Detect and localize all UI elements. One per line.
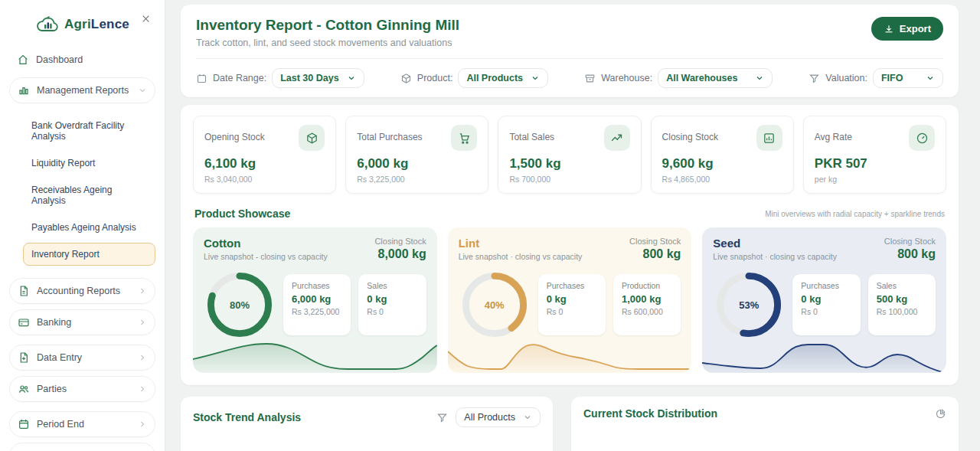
sidebar-item-data-entry[interactable]: Data Entry — [9, 345, 155, 371]
sidebar-item-dashboard[interactable]: Dashboard — [9, 47, 155, 72]
pie-chart-icon — [935, 408, 946, 420]
distribution-title: Current Stock Distribution — [583, 407, 717, 420]
calendar-icon — [196, 73, 207, 84]
product-card-cotton: Cotton Live snapshot - closing vs capaci… — [193, 227, 437, 373]
chevron-right-icon — [138, 384, 147, 394]
sidebar-item-label: Parties — [37, 384, 131, 394]
warehouse-chart-icon — [756, 125, 782, 151]
file-text-icon — [18, 285, 30, 297]
trend-title: Stock Trend Analysis — [193, 411, 301, 423]
management-reports-submenu: Bank Overdraft Facility Analysis Liquidi… — [9, 109, 155, 273]
filter-product: Product: All Products — [400, 68, 548, 88]
stat-card-total-sales: Total Sales 1,500 kg Rs 700,000 — [498, 116, 641, 194]
chevron-right-icon — [138, 420, 147, 429]
sidebar-subitem-payables-ageing[interactable]: Payables Ageing Analysis — [23, 216, 155, 239]
stat-card-opening-stock: Opening Stock 6,100 kg Rs 3,040,000 — [193, 116, 336, 194]
valuation-select[interactable]: FIFO — [873, 68, 943, 88]
main-content: Inventory Report - Cotton Ginning Mill T… — [165, 0, 980, 451]
home-icon — [17, 54, 29, 66]
package-icon — [299, 125, 325, 151]
gauge-icon — [909, 125, 935, 151]
chevron-down-icon — [138, 86, 147, 95]
product-select[interactable]: All Products — [458, 68, 548, 88]
sidebar-nav: Dashboard Management Reports Bank Overdr… — [9, 47, 155, 451]
logo-row: AgriLence — [9, 8, 155, 47]
page-heading: Inventory Report - Cotton Ginning Mill T… — [196, 17, 459, 48]
trend-product-select[interactable]: All Products — [456, 407, 541, 427]
seed-purchases-box: Purchases 0 kg Rs 0 — [792, 274, 860, 335]
sidebar-subitem-bank-overdraft[interactable]: Bank Overdraft Facility Analysis — [23, 114, 155, 148]
lint-capacity-gauge: 40% — [459, 269, 531, 341]
lint-purchases-box: Purchases 0 kg Rs 0 — [538, 274, 606, 335]
funnel-icon — [808, 73, 820, 84]
sidebar-item-period-end[interactable]: Period End — [9, 411, 155, 437]
chevron-down-icon — [347, 74, 356, 83]
bottom-charts-row: Stock Trend Analysis All Products 10.0K — [181, 397, 959, 451]
chevron-right-icon — [138, 353, 147, 362]
chevron-right-icon — [138, 286, 147, 296]
sidebar-item-banking[interactable]: Banking — [9, 309, 155, 335]
chevron-down-icon — [926, 74, 935, 83]
showcase-note: Mini overviews with radial capacity + sp… — [765, 210, 945, 218]
filter-warehouse: Warehouse: All Warehouses — [584, 68, 773, 88]
showcase-title: Product Showcase — [194, 208, 290, 220]
stock-distribution-card: Current Stock Distribution — [571, 397, 959, 451]
date-range-select[interactable]: Last 30 Days — [272, 68, 364, 88]
calendar-icon — [18, 418, 30, 430]
sidebar-item-management-reports[interactable]: Management Reports — [9, 77, 155, 103]
cotton-sparkline — [193, 338, 437, 373]
credit-card-icon — [18, 316, 30, 328]
header-panel: Inventory Report - Cotton Ginning Mill T… — [181, 5, 959, 97]
stat-card-total-purchases: Total Purchases 6,000 kg Rs 3,225,000 — [345, 116, 488, 194]
agrilence-logo: AgriLence — [35, 14, 129, 35]
sidebar-item-accounting-reports[interactable]: Accounting Reports — [9, 278, 155, 304]
products-row: Cotton Live snapshot - closing vs capaci… — [193, 227, 946, 373]
chevron-down-icon — [523, 413, 532, 422]
bar-chart-icon — [18, 84, 30, 96]
sidebar-item-framework[interactable]: Framework — [9, 443, 155, 451]
lint-production-box: Production 1,000 kg Rs 600,000 — [613, 274, 681, 335]
sidebar-item-parties[interactable]: Parties — [9, 376, 155, 402]
chevron-right-icon — [138, 318, 147, 327]
sidebar-item-label: Banking — [37, 317, 131, 328]
sidebar-item-label: Period End — [37, 419, 131, 430]
product-card-seed: Seed Live snapshot · closing vs capacity… — [702, 227, 946, 373]
sidebar-subitem-inventory-report[interactable]: Inventory Report — [23, 243, 155, 266]
stat-card-avg-rate: Avg Rate PKR 507 per kg — [803, 116, 946, 194]
cotton-purchases-box: Purchases 6,000 kg Rs 3,225,000 — [283, 274, 351, 335]
sidebar-item-label: Management Reports — [37, 85, 131, 96]
sidebar-subitem-liquidity-report[interactable]: Liquidity Report — [23, 152, 155, 175]
cart-icon — [451, 125, 477, 151]
warehouse-icon — [584, 73, 596, 84]
cotton-sales-box: Sales 0 kg Rs 0 — [358, 274, 426, 335]
logo-cloud-chart-icon — [35, 14, 60, 35]
page-subtitle: Track cotton, lint, and seed stock movem… — [196, 38, 459, 48]
sidebar: AgriLence Dashboard Management Reports B… — [0, 0, 165, 451]
filter-date-range: Date Range: Last 30 Days — [196, 68, 364, 88]
brand-name: AgriLence — [64, 17, 129, 32]
filter-valuation: Valuation: FIFO — [808, 68, 943, 88]
page-title: Inventory Report - Cotton Ginning Mill — [196, 17, 459, 34]
chevron-down-icon — [531, 74, 540, 83]
seed-sales-box: Sales 500 kg Rs 100,000 — [868, 274, 936, 335]
showcase-header: Product Showcase Mini overviews with rad… — [194, 208, 945, 220]
sidebar-item-label: Dashboard — [36, 54, 148, 65]
trending-up-icon — [604, 125, 630, 151]
cotton-capacity-gauge: 80% — [204, 269, 276, 341]
sidebar-item-label: Data Entry — [37, 352, 131, 363]
stock-trend-card: Stock Trend Analysis All Products 10.0K — [181, 397, 553, 451]
users-icon — [18, 383, 30, 395]
trend-chart: 10.0K — [193, 438, 541, 451]
product-card-lint: Lint Live snapshot · closing vs capacity… — [448, 227, 692, 373]
chevron-down-icon — [755, 74, 764, 83]
sidebar-item-label: Accounting Reports — [37, 286, 131, 296]
seed-capacity-gauge: 53% — [713, 269, 785, 341]
sidebar-subitem-receivables-ageing[interactable]: Receivables Ageing Analysis — [23, 178, 155, 212]
funnel-icon — [436, 412, 448, 423]
warehouse-select[interactable]: All Warehouses — [658, 68, 773, 88]
export-button[interactable]: Export — [871, 17, 943, 41]
stat-card-closing-stock: Closing Stock 9,600 kg Rs 4,865,000 — [651, 116, 794, 194]
sidebar-close-button[interactable] — [138, 11, 154, 29]
package-icon — [400, 73, 412, 84]
lint-sparkline — [448, 338, 692, 373]
